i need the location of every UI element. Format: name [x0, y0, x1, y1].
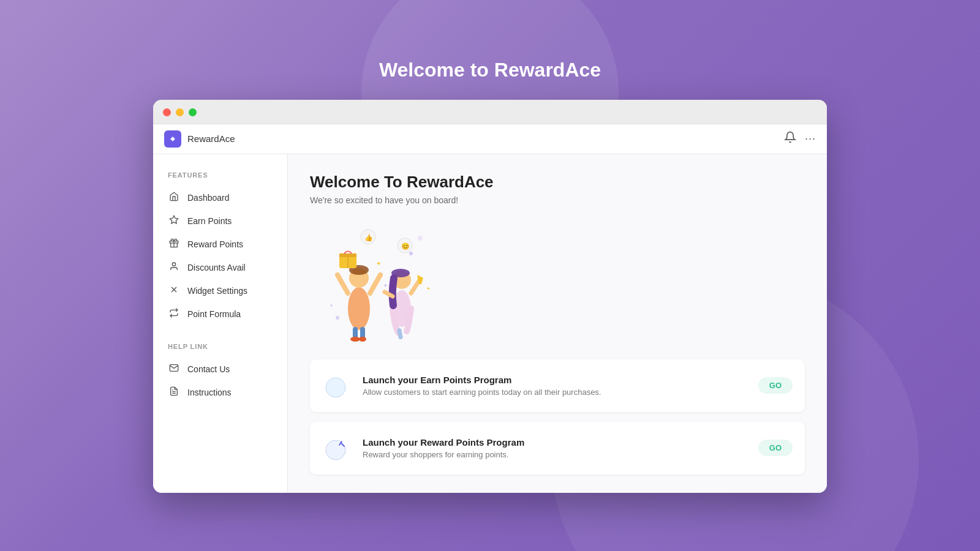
star-icon [168, 215, 180, 227]
person-icon [168, 261, 180, 274]
svg-point-28 [350, 337, 360, 342]
sidebar-item-earn-points-label: Earn Points [187, 216, 232, 226]
svg-rect-31 [397, 328, 403, 339]
reward-points-card-icon: ✨ [322, 433, 353, 463]
reward-points-card-desc: Reward your shoppers for earning points. [363, 450, 748, 459]
nav-bar: RewardAce ··· [153, 124, 827, 154]
svg-line-21 [337, 275, 348, 293]
reward-points-card-title: Launch your Reward Points Program [363, 437, 748, 448]
welcome-heading: Welcome To RewardAce [310, 173, 805, 192]
illustration-area: 👍 😊 ♥ [310, 220, 805, 342]
svg-point-17 [330, 304, 333, 307]
sidebar-item-instructions-label: Instructions [187, 388, 232, 397]
svg-point-9 [418, 236, 423, 241]
nav-right: ··· [784, 131, 816, 146]
main-content: FEATURES Dashboard [153, 154, 827, 493]
reward-points-card: ✨ Launch your Reward Points Program Rewa… [310, 422, 805, 474]
page-title: Welcome to RewardAce [379, 59, 601, 81]
sidebar-item-reward-points[interactable]: Reward Points [163, 233, 277, 256]
home-icon [168, 192, 180, 204]
svg-marker-1 [170, 216, 178, 223]
svg-text:✦: ✦ [426, 286, 431, 291]
svg-point-33 [391, 269, 410, 277]
svg-text:😊: 😊 [401, 242, 410, 250]
bell-icon[interactable] [784, 131, 796, 146]
svg-line-22 [370, 275, 380, 293]
sidebar-item-widget-settings[interactable]: Widget Settings [163, 279, 277, 302]
svg-text:👍: 👍 [364, 233, 373, 242]
earn-points-card-text: Launch your Earn Points Program Allow cu… [363, 375, 748, 397]
welcome-illustration: 👍 😊 ♥ [310, 220, 445, 342]
reward-points-go-button[interactable]: GO [758, 440, 793, 456]
svg-point-16 [336, 316, 339, 320]
sidebar-item-point-formula-label: Point Formula [187, 309, 241, 319]
svg-point-4 [172, 263, 175, 266]
close-dot[interactable] [163, 108, 171, 116]
sidebar-item-widget-settings-label: Widget Settings [187, 286, 247, 296]
svg-point-39 [326, 378, 345, 397]
sidebar-item-contact-us[interactable]: Contact Us [163, 358, 277, 381]
sidebar-item-discounts-avail[interactable]: Discounts Avail [163, 256, 277, 279]
doc-icon [168, 386, 180, 399]
help-nav: Contact Us Instructions [163, 358, 277, 404]
more-icon[interactable]: ··· [805, 132, 816, 145]
svg-point-41 [326, 440, 345, 460]
app-name: RewardAce [187, 133, 235, 144]
app-icon [164, 130, 181, 148]
earn-points-card-title: Launch your Earn Points Program [363, 375, 748, 385]
sidebar-item-dashboard[interactable]: Dashboard [163, 186, 277, 209]
nav-left: RewardAce [164, 130, 235, 148]
earn-points-card-desc: Allow customers to start earning points … [363, 388, 748, 397]
svg-line-34 [411, 281, 419, 293]
svg-point-29 [359, 337, 366, 342]
svg-point-10 [409, 252, 413, 255]
minimize-dot[interactable] [176, 108, 184, 116]
sidebar-item-reward-points-label: Reward Points [187, 239, 243, 249]
reward-points-card-text: Launch your Reward Points Program Reward… [363, 437, 748, 459]
sidebar-item-discounts-avail-label: Discounts Avail [187, 263, 246, 272]
help-label: HELP LINK [163, 343, 277, 350]
sidebar-item-dashboard-label: Dashboard [187, 193, 230, 203]
sidebar-item-instructions[interactable]: Instructions [163, 381, 277, 404]
features-nav: Dashboard Earn Points [163, 186, 277, 326]
earn-points-card: 🚀 Launch your Earn Points Program Allow … [310, 359, 805, 412]
svg-text:✦: ✦ [376, 260, 381, 267]
earn-points-card-icon: 🚀 [322, 370, 353, 401]
sidebar-item-earn-points[interactable]: Earn Points [163, 209, 277, 233]
features-label: FEATURES [163, 171, 277, 179]
browser-window: RewardAce ··· FEATURES [153, 100, 827, 493]
earn-points-go-button[interactable]: GO [758, 377, 793, 394]
action-cards: 🚀 Launch your Earn Points Program Allow … [310, 359, 805, 474]
content-area: Welcome To RewardAce We're so excited to… [288, 154, 827, 493]
formula-icon [168, 308, 180, 320]
sidebar-item-contact-us-label: Contact Us [187, 364, 230, 374]
svg-text:✦: ✦ [383, 283, 388, 288]
sidebar-item-point-formula[interactable]: Point Formula [163, 302, 277, 326]
welcome-subtitle: We're so excited to have you on board! [310, 195, 805, 205]
email-icon [168, 363, 180, 375]
title-bar [153, 100, 827, 124]
gift-icon [168, 238, 180, 250]
maximize-dot[interactable] [189, 108, 197, 116]
svg-point-18 [348, 287, 370, 330]
widget-icon [168, 285, 180, 297]
sidebar: FEATURES Dashboard [153, 154, 288, 493]
